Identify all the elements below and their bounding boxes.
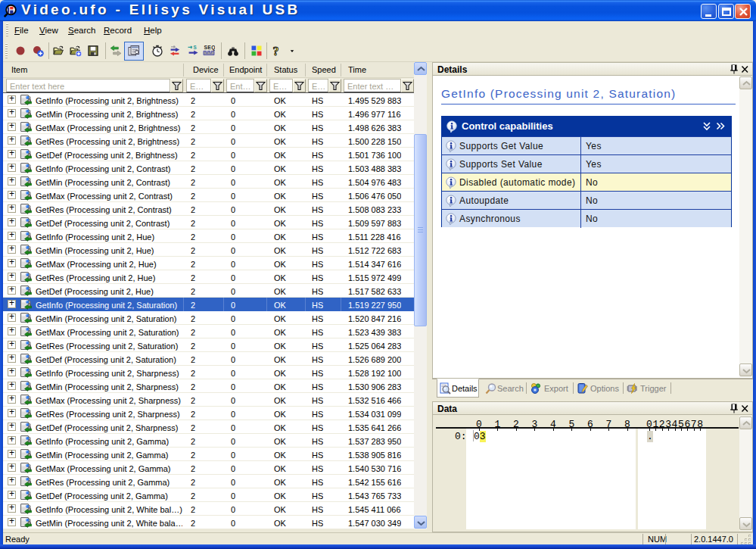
svg-text:SEQ: SEQ bbox=[204, 45, 216, 51]
svg-text:S: S bbox=[194, 45, 197, 51]
svg-text:?: ? bbox=[273, 45, 279, 57]
